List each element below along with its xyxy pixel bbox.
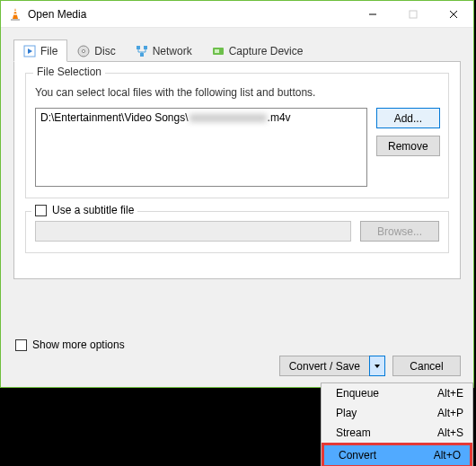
file-selection-hint: You can select local files with the foll… xyxy=(35,86,439,99)
svg-line-7 xyxy=(450,11,457,18)
tab-file[interactable]: File xyxy=(13,40,67,62)
menu-item-stream[interactable]: Stream Alt+S xyxy=(322,423,472,443)
menu-item-shortcut: Alt+E xyxy=(437,387,463,400)
close-button[interactable] xyxy=(433,1,473,27)
window-title: Open Media xyxy=(28,8,86,21)
cancel-button[interactable]: Cancel xyxy=(392,356,461,376)
menu-item-play[interactable]: Play Alt+P xyxy=(322,403,472,423)
menu-item-enqueue[interactable]: Enqueue Alt+E xyxy=(322,383,472,403)
file-play-icon xyxy=(23,45,36,57)
redacted-filename xyxy=(190,114,267,122)
use-subtitle-checkbox[interactable] xyxy=(35,205,47,216)
svg-point-11 xyxy=(83,49,85,52)
network-icon xyxy=(136,45,148,57)
tabpanel-file: File Selection You can select local file… xyxy=(13,61,461,279)
subtitle-path-input xyxy=(35,221,351,242)
capture-device-icon xyxy=(212,45,225,57)
svg-rect-16 xyxy=(215,49,219,53)
remove-button-label: Remove xyxy=(388,140,428,153)
use-subtitle-label: Use a subtitle file xyxy=(52,204,134,216)
file-list[interactable]: D:\Entertainment\Video Songs\.m4v xyxy=(35,108,367,187)
menu-item-shortcut: Alt+O xyxy=(434,449,461,462)
show-more-options-checkbox[interactable] xyxy=(15,339,27,351)
svg-rect-3 xyxy=(11,19,20,21)
svg-line-6 xyxy=(450,11,457,18)
show-more-options-label: Show more options xyxy=(32,339,125,351)
svg-rect-1 xyxy=(13,11,18,12)
convert-save-label: Convert / Save xyxy=(280,356,369,375)
menu-item-label: Enqueue xyxy=(336,387,379,400)
svg-rect-2 xyxy=(13,13,18,14)
tab-network-label: Network xyxy=(153,45,192,57)
file-selection-group: File Selection You can select local file… xyxy=(25,73,449,198)
menu-item-label: Convert xyxy=(339,449,376,462)
disc-icon xyxy=(77,45,90,57)
svg-rect-14 xyxy=(140,53,144,57)
maximize-button[interactable] xyxy=(392,1,433,27)
list-item[interactable]: D:\Entertainment\Video Songs\.m4v xyxy=(40,111,362,124)
svg-marker-0 xyxy=(13,8,18,19)
tab-file-label: File xyxy=(40,45,57,57)
svg-rect-13 xyxy=(144,46,147,49)
file-path-suffix: .m4v xyxy=(268,111,291,124)
file-selection-title: File Selection xyxy=(33,66,105,78)
convert-save-split-button[interactable]: Convert / Save xyxy=(279,356,385,376)
browse-button-label: Browse... xyxy=(377,225,422,238)
convert-save-menu: Enqueue Alt+E Play Alt+P Stream Alt+S Co… xyxy=(321,382,473,466)
tabstrip: File Disc Network Capture Device xyxy=(13,39,461,62)
bottom-bar: Show more options xyxy=(1,339,473,356)
subtitle-group: Use a subtitle file Browse... xyxy=(25,211,449,253)
minimize-button[interactable] xyxy=(352,1,392,27)
tab-disc-label: Disc xyxy=(94,45,115,57)
browse-button: Browse... xyxy=(360,221,439,242)
svg-rect-12 xyxy=(137,46,140,49)
svg-marker-17 xyxy=(375,365,380,368)
tab-network[interactable]: Network xyxy=(126,40,202,62)
client-area: File Disc Network Capture Device File Se… xyxy=(1,28,473,286)
svg-rect-5 xyxy=(410,11,417,18)
tab-capture-label: Capture Device xyxy=(229,45,304,57)
add-button[interactable]: Add... xyxy=(376,108,440,128)
dropdown-arrow-icon[interactable] xyxy=(369,356,385,376)
menu-item-shortcut: Alt+S xyxy=(437,426,463,439)
titlebar[interactable]: Open Media xyxy=(1,1,473,28)
vlc-cone-icon xyxy=(8,7,22,22)
remove-button[interactable]: Remove xyxy=(376,136,440,156)
menu-item-label: Stream xyxy=(336,426,371,439)
highlight-frame: Convert Alt+O xyxy=(322,443,472,466)
add-button-label: Add... xyxy=(394,112,422,125)
open-media-window: Open Media File Disc Network Capture Dev… xyxy=(0,0,474,388)
tab-capture[interactable]: Capture Device xyxy=(202,40,313,62)
menu-item-label: Play xyxy=(336,407,357,419)
file-path-prefix: D:\Entertainment\Video Songs\ xyxy=(40,111,189,124)
menu-item-shortcut: Alt+P xyxy=(437,407,463,419)
action-bar: Convert / Save Cancel xyxy=(1,356,473,382)
cancel-button-label: Cancel xyxy=(410,360,443,373)
tab-disc[interactable]: Disc xyxy=(67,40,125,62)
menu-item-convert[interactable]: Convert Alt+O xyxy=(324,445,470,465)
